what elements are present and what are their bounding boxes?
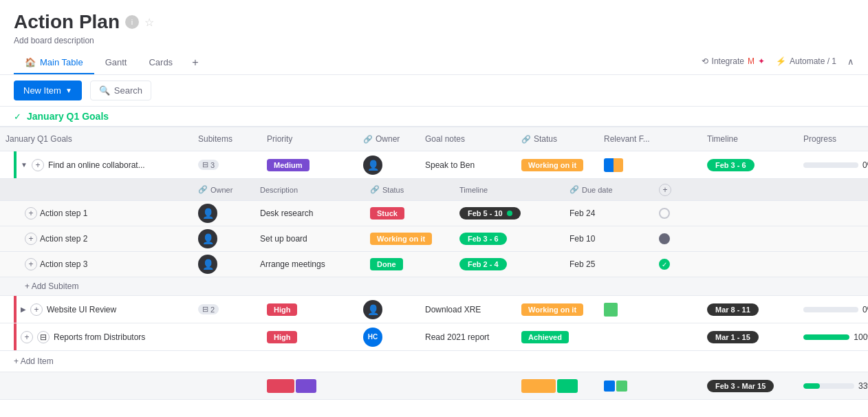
subitem-icon: ⊟: [202, 160, 208, 169]
check-circle[interactable]: [659, 233, 670, 244]
integrate-icon: ⟲: [702, 56, 708, 66]
progress-container: 33%: [803, 381, 868, 391]
progress-bar: [803, 383, 854, 389]
priority-cell[interactable]: High: [261, 328, 358, 346]
subcol-add[interactable]: +: [653, 179, 736, 200]
row-name-cell: + ⊟ Reports from Distributors: [0, 328, 193, 346]
add-subitem-icon[interactable]: +: [25, 233, 37, 245]
dropdown-arrow-icon: ▼: [65, 87, 72, 94]
subitem-status[interactable]: Done: [365, 255, 454, 273]
col-status: 🔗Status: [516, 131, 598, 147]
subitem-status[interactable]: Working on it: [365, 230, 454, 248]
subcol-status: 🔗Status: [365, 179, 454, 200]
priority-badge: Medium: [267, 159, 310, 171]
automate-icon: ⚡: [776, 56, 786, 66]
owner-cell: 👤: [358, 153, 420, 178]
integrate-button[interactable]: ⟲ Integrate M ✦: [702, 56, 765, 66]
status-summary: [521, 379, 578, 393]
star-icon[interactable]: ☆: [144, 16, 154, 29]
relevant-summary: [604, 381, 627, 392]
col-subitems: Subitems: [193, 131, 261, 147]
new-item-button[interactable]: New Item ▼: [14, 81, 82, 100]
row-indicator: [14, 296, 17, 323]
col-priority: Priority: [261, 131, 358, 147]
status-badge: Done: [370, 258, 403, 270]
tab-gantt[interactable]: Gantt: [94, 52, 138, 74]
expand-icon[interactable]: ▼: [21, 161, 28, 169]
summary-status: [516, 376, 598, 396]
timeline-cell: Feb 3 - 6: [702, 156, 798, 174]
search-icon: 🔍: [99, 85, 110, 96]
add-row-icon[interactable]: +: [30, 303, 43, 316]
person-icon: 👤: [202, 259, 214, 270]
priority-cell[interactable]: High: [261, 301, 358, 319]
subitems-cell: [193, 334, 261, 340]
subitem-owner: 👤: [193, 252, 254, 277]
subitem-due-date: Feb 10: [564, 231, 653, 246]
col-owner: 🔗Owner: [358, 131, 420, 147]
priority-swatch-med: [296, 379, 316, 393]
add-item-button[interactable]: + Add Item: [0, 351, 868, 372]
group1-title: January Q1 Goals: [27, 111, 109, 122]
subcol-timeline: Timeline: [454, 179, 564, 200]
progress-fill: [803, 334, 849, 340]
search-box[interactable]: 🔍 Search: [90, 81, 151, 100]
subitems-badge: ⊟ 3: [198, 160, 219, 170]
subcol-name: [0, 179, 193, 200]
progress-bar: [803, 162, 858, 168]
progress-text: 33%: [858, 381, 868, 391]
subcol-owner: 🔗Owner: [193, 179, 254, 200]
summary-subitems: [193, 383, 261, 389]
summary-row: Feb 3 - Mar 15 33% Feb 9 - Mar: [0, 372, 868, 400]
subitem-row: + Action step 1 👤 Desk research Stuck Fe…: [0, 201, 868, 226]
progress-cell: 0%: [798, 302, 868, 317]
check-circle[interactable]: [659, 208, 670, 219]
info-icon[interactable]: i: [125, 15, 139, 29]
add-row-icon[interactable]: +: [21, 331, 33, 343]
priority-cell[interactable]: Medium: [261, 156, 358, 174]
status-cell[interactable]: Working on it: [516, 156, 598, 174]
relevant-cell: [598, 334, 702, 340]
subitem-status[interactable]: Stuck: [365, 204, 454, 222]
tab-main-table[interactable]: 🏠 Main Table: [14, 52, 94, 74]
timeline-dot: [507, 211, 512, 216]
add-subitem-button[interactable]: + Add Subitem: [0, 277, 868, 295]
status-badge: Achieved: [521, 331, 569, 343]
col-timeline: Timeline: [702, 131, 798, 147]
check-circle[interactable]: ✓: [659, 259, 670, 270]
progress-cell: 100%: [798, 330, 868, 345]
add-subitem-icon[interactable]: +: [25, 258, 37, 270]
automate-button[interactable]: ⚡ Automate / 1: [776, 56, 836, 66]
tabs: 🏠 Main Table Gantt Cards +: [14, 51, 206, 74]
subitem-owner: 👤: [193, 201, 254, 226]
subcol-description: Description: [254, 179, 365, 200]
board-description[interactable]: Add board description: [14, 36, 854, 45]
avatar: 👤: [198, 229, 217, 248]
color-swatch: [604, 158, 623, 172]
group1-header: ✓ January Q1 Goals: [0, 107, 868, 127]
tab-add[interactable]: +: [184, 51, 206, 74]
table-row-website: ▶ + Website UI Review ⊟ 2 High 👤 Downloa…: [0, 296, 868, 323]
status-cell[interactable]: Achieved: [516, 328, 598, 346]
collapse-button[interactable]: ∧: [847, 56, 854, 67]
subitem-desc: Arrange meetings: [254, 257, 365, 272]
person-icon: 👤: [367, 304, 379, 315]
timeline-pill: Feb 3 - 6: [459, 233, 507, 245]
subitem-due-date: Feb 25: [564, 257, 653, 272]
status-cell[interactable]: Working on it: [516, 301, 598, 319]
add-subitem-icon[interactable]: +: [25, 207, 37, 220]
subitem-name-cell: + Action step 2: [0, 233, 193, 245]
summary-timeline: Feb 3 - Mar 15: [702, 377, 798, 395]
expand-icon[interactable]: ▶: [21, 306, 26, 313]
tab-cards[interactable]: Cards: [138, 52, 184, 74]
progress-container: 0%: [803, 160, 868, 170]
subitem-timeline: Feb 2 - 4: [454, 255, 564, 273]
group1-row1: ▼ + Find an online collaborat... ⊟ 3 Med…: [0, 151, 868, 296]
rel-swatch-1: [604, 381, 615, 392]
add-row-icon[interactable]: +: [32, 159, 44, 171]
person-icon: 👤: [202, 233, 214, 244]
row-indicator: [14, 323, 17, 350]
page-title: Action Plan: [14, 11, 120, 33]
subitem-name-cell: + Action step 3: [0, 258, 193, 270]
timeline-pill: Feb 3 - 6: [707, 159, 755, 171]
